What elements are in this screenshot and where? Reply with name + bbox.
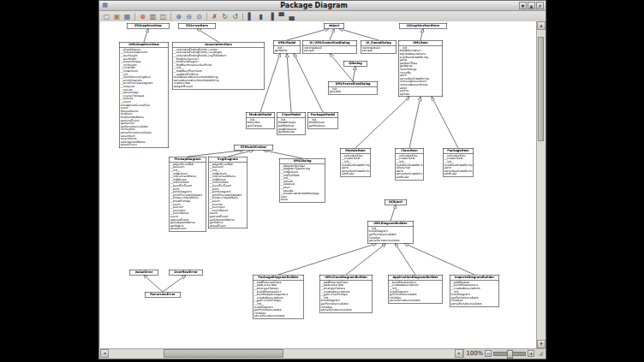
minimize-button[interactable]: ▼: [519, 2, 527, 9]
uml-class-SvgDiagram[interactable]: SvgDiagram__adjustScrollBar__doZoom__ini…: [208, 157, 247, 228]
uml-method-list: __alignShapes__checkSizeActions__decHeig…: [120, 48, 169, 148]
uml-class-title: QGraphicsRectItem: [400, 24, 447, 29]
zoom-out-button[interactable]: −: [485, 350, 492, 357]
uml-class-UMLDialog[interactable]: UMLDialog__diagramBuilder__diagramTypeSt…: [279, 158, 325, 203]
uml-class-UMLItem[interactable]: UMLItem__init__addAssociationadjustAssoc…: [398, 40, 443, 97]
scroll-down-button[interactable]: ▼: [537, 340, 546, 348]
uml-method: wheelEvent: [121, 144, 168, 147]
uml-method-list: __buildModulesDict__createAssociations__…: [389, 281, 443, 304]
uml-method-list: __init__getData: [329, 87, 378, 95]
uml-class-UMLModel[interactable]: UMLModel__init__getName: [273, 40, 301, 54]
document-save-icon[interactable]: ▦: [122, 12, 132, 21]
align-top-icon[interactable]: ▀: [277, 12, 286, 21]
uml-class-PackageDiagramBuilder[interactable]: PackageDiagramBuilder__addExternalClass_…: [253, 275, 304, 319]
uml-class-ValueError[interactable]: ValueError: [129, 270, 158, 276]
align-right-icon[interactable]: ▐: [266, 12, 276, 21]
uml-class-ClassModel[interactable]: ClassModel__init__addAttributeaddMethodg…: [277, 112, 306, 135]
uml-class-ModuleModel[interactable]: ModuleModel__init__addClassgetClasses: [246, 112, 275, 128]
inheritance-edge: [144, 276, 163, 293]
inheritance-edge: [391, 205, 396, 222]
uml-class-RecursionError[interactable]: RecursionError: [145, 292, 181, 298]
inheritance-edge: [432, 97, 458, 148]
uml-method-list: __addModule__buildModulesDict__createAss…: [450, 281, 499, 306]
inheritance-edge: [330, 29, 334, 41]
inheritance-edge: [339, 29, 379, 41]
inheritance-edge: [330, 54, 353, 82]
scroll-right-button[interactable]: ►: [455, 349, 463, 358]
uml-method-list: __init__addClassgetClasses: [247, 118, 275, 128]
uml-class-E5GraphicsView[interactable]: E5GraphicsView: [127, 23, 170, 29]
zoom-in-icon[interactable]: ⊕: [174, 12, 183, 21]
horizontal-scrollbar[interactable]: ◄ ►: [100, 349, 463, 358]
zoom-reset-icon[interactable]: ⊙: [194, 12, 204, 21]
uml-method-list: __adjustScrollBar__doZoom__init____initA…: [170, 163, 206, 232]
maximize-button[interactable]: ▲: [528, 2, 535, 9]
uml-method: setModel: [342, 173, 370, 176]
print-icon[interactable]: ▥: [148, 12, 158, 21]
scroll-left-button[interactable]: ◄: [100, 349, 109, 358]
vertical-scroll-thumb[interactable]: [538, 37, 544, 141]
close-button[interactable]: ✗: [536, 2, 544, 9]
inheritance-edge: [353, 67, 355, 82]
uml-method-list: __init__getName: [274, 46, 301, 54]
uml-class-ModuleItem[interactable]: ModuleItem__calculateSize__createTexts__…: [340, 148, 371, 177]
uml-class-ImportsDiagramBuilder[interactable]: ImportsDiagramBuilder__addModule__buildM…: [450, 275, 499, 306]
uml-class-PixmapDiagram[interactable]: PixmapDiagram__adjustScrollBar__doZoom__…: [169, 157, 206, 232]
uml-class-QObject[interactable]: QObject: [385, 199, 407, 205]
desktop-background: ▦ Package Diagram ▼▲✗ ▢▣▦⊗▥◫⊕⊖⊙✗↻↺▌▮▐▀▄ …: [0, 0, 644, 362]
uml-class-E5MainWindow[interactable]: E5MainWindow: [234, 145, 273, 151]
uml-class-title: OverflowError: [170, 270, 203, 276]
diagram-canvas[interactable]: E5GraphicsViewE5ArrowItemobjectQGraphics…: [100, 21, 536, 348]
uml-class-PackageModel[interactable]: PackageModel__init__addModulegetModules: [307, 112, 338, 128]
horizontal-scroll-track[interactable]: [109, 349, 455, 358]
align-left-icon[interactable]: ▌: [246, 12, 255, 21]
inheritance-edge: [144, 29, 148, 43]
window-titlebar[interactable]: ▦ Package Diagram ▼▲✗: [99, 1, 546, 11]
uml-method: parsePersistenceData: [369, 239, 413, 242]
document-new-icon[interactable]: ▢: [102, 12, 111, 21]
uml-class-PackageItem[interactable]: PackageItem__calculateSize__createTexts_…: [443, 148, 474, 177]
print-preview-icon[interactable]: ◫: [158, 12, 168, 21]
inheritance-edge: [395, 244, 415, 276]
uml-method: parsePersistenceData: [254, 315, 303, 318]
uml-class-title: E5ArrowItem: [179, 24, 216, 29]
uml-class-Ui_UMLSceneSizeDialog[interactable]: Ui_UMLSceneSizeDialogretranslateUisetupU…: [302, 40, 357, 54]
delete-shape-icon[interactable]: ✗: [210, 12, 219, 21]
zoom-slider[interactable]: [493, 352, 526, 356]
uml-class-UMLGraphicsView[interactable]: UMLGraphicsView__alignShapes__checkSizeA…: [119, 42, 169, 148]
uml-class-UMLClassDiagramBuilder[interactable]: UMLClassDiagramBuilder__addExternalClass…: [319, 275, 373, 313]
horizontal-scroll-thumb[interactable]: [164, 349, 283, 358]
vertical-scrollbar[interactable]: ▲ ▼: [536, 21, 545, 348]
status-row: ◄ ► 100% − + ◢: [100, 348, 545, 358]
rescan-icon[interactable]: ↺: [230, 12, 240, 21]
uml-class-AssociationItem[interactable]: AssociationItem__calculateEndingPoints_c…: [172, 42, 265, 89]
uml-class-UMLSceneSizeDialog[interactable]: UMLSceneSizeDialog__init__getData: [328, 81, 378, 95]
uml-class-QDialog[interactable]: QDialog: [343, 61, 367, 67]
toolbar-separator: [170, 13, 171, 21]
align-hcenter-icon[interactable]: ▮: [256, 12, 265, 21]
uml-class-OverflowError[interactable]: OverflowError: [169, 270, 203, 276]
zoom-in-button[interactable]: +: [528, 350, 534, 357]
uml-method-list: __calculateSize__createTexts__init__buil…: [444, 154, 474, 177]
relayout-icon[interactable]: ↻: [220, 12, 230, 21]
uml-class-UMLDiagramBuilder[interactable]: UMLDiagramBuilder__init__buildDiagramget…: [367, 221, 414, 244]
inheritance-edge: [294, 54, 323, 113]
uml-class-Ui_ZoomDialog[interactable]: Ui_ZoomDialogretranslateUisetupUi: [361, 40, 397, 54]
uml-class-ClassItem[interactable]: ClassItem__calculateSize__createTexts__i…: [395, 148, 424, 180]
uml-class-object[interactable]: object: [324, 23, 344, 29]
zoom-out-icon[interactable]: ⊖: [184, 12, 194, 21]
uml-method: show: [281, 199, 325, 202]
document-open-icon[interactable]: ▣: [112, 12, 122, 21]
window-menu-icon[interactable]: ▦: [101, 2, 109, 9]
zoom-slider-thumb[interactable]: [507, 350, 513, 359]
inheritance-edge: [228, 151, 253, 157]
uml-class-ApplicationDiagramBuilder[interactable]: ApplicationDiagramBuilder__buildModulesD…: [388, 275, 443, 304]
window-close-icon[interactable]: ⊗: [138, 12, 147, 21]
resize-grip[interactable]: ◢: [536, 349, 545, 358]
scroll-up-button[interactable]: ▲: [537, 21, 546, 30]
uml-class-E5ArrowItem[interactable]: E5ArrowItem: [178, 23, 216, 29]
uml-class-QGraphicsRectItem[interactable]: QGraphicsRectItem: [399, 23, 447, 29]
uml-method: setupUi: [362, 50, 396, 53]
align-bottom-icon[interactable]: ▄: [287, 12, 296, 21]
vertical-scroll-track[interactable]: [537, 30, 545, 340]
